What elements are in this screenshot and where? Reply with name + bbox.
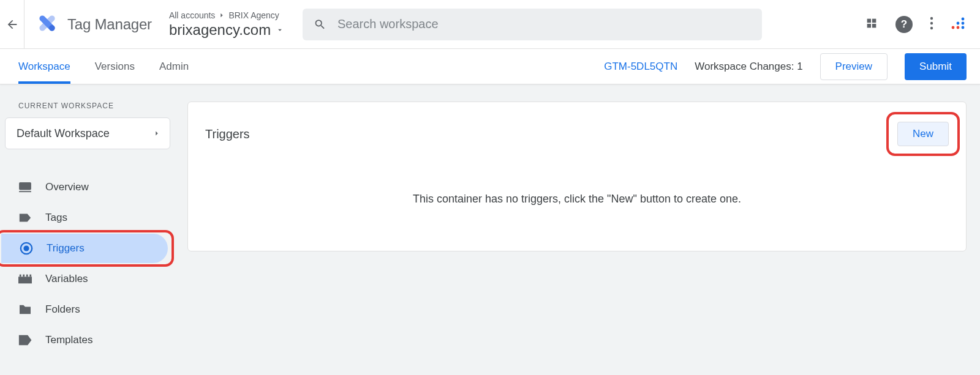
- sidebar-item-label: Tags: [45, 212, 67, 224]
- sidebar-item-overview[interactable]: Overview: [0, 173, 170, 202]
- svg-point-14: [962, 22, 965, 25]
- variables-icon: [18, 274, 32, 284]
- sidebar-item-folders[interactable]: Folders: [0, 295, 170, 324]
- sidebar-item-label: Templates: [45, 334, 92, 346]
- svg-rect-6: [872, 24, 876, 28]
- sidebar-item-label: Triggers: [47, 242, 85, 254]
- tag-icon: [18, 212, 32, 223]
- folder-icon: [18, 304, 32, 315]
- svg-point-10: [952, 26, 955, 29]
- breadcrumb-agency: BRIX Agency: [228, 10, 279, 20]
- arrow-left-icon: [6, 18, 19, 31]
- card-header: Triggers New: [188, 102, 966, 162]
- container-name: brixagency.com: [169, 21, 271, 39]
- apps-icon[interactable]: [865, 17, 878, 32]
- sidebar-item-tags[interactable]: Tags: [0, 203, 170, 232]
- tab-versions[interactable]: Versions: [95, 49, 135, 84]
- svg-point-9: [930, 27, 933, 29]
- tab-admin[interactable]: Admin: [159, 49, 189, 84]
- search-input[interactable]: [337, 17, 751, 31]
- sidebar-nav: Overview Tags Triggers: [0, 173, 187, 355]
- sidebar-item-templates[interactable]: Templates: [0, 325, 170, 355]
- svg-rect-17: [19, 191, 31, 192]
- help-icon[interactable]: ?: [895, 16, 913, 33]
- workspace-name: Default Workspace: [17, 127, 110, 140]
- container-id[interactable]: GTM-5DL5QTN: [604, 61, 677, 73]
- svg-rect-22: [23, 275, 24, 277]
- sidebar-item-triggers[interactable]: Triggers: [1, 234, 168, 263]
- svg-rect-4: [872, 19, 876, 23]
- svg-rect-24: [29, 275, 31, 277]
- svg-rect-20: [18, 277, 32, 283]
- svg-point-19: [23, 245, 29, 251]
- main-tabs: Workspace Versions Admin: [18, 49, 189, 84]
- svg-point-11: [957, 26, 960, 29]
- submit-button[interactable]: Submit: [905, 53, 967, 80]
- search-bar[interactable]: [303, 9, 762, 40]
- svg-rect-23: [26, 275, 28, 277]
- overview-icon: [18, 182, 32, 193]
- card-title: Triggers: [205, 127, 250, 141]
- sidebar-item-label: Variables: [45, 273, 88, 285]
- svg-point-7: [930, 17, 933, 20]
- svg-rect-3: [867, 19, 871, 23]
- new-trigger-button[interactable]: New: [897, 122, 949, 146]
- sidebar-item-label: Overview: [45, 181, 89, 193]
- workspace-changes: Workspace Changes: 1: [695, 61, 802, 73]
- svg-point-13: [962, 26, 965, 29]
- trigger-icon: [20, 242, 33, 255]
- tag-manager-logo-icon: [36, 12, 59, 37]
- product-name: Tag Manager: [67, 16, 152, 33]
- top-bar: Tag Manager All accounts BRIX Agency bri…: [0, 0, 980, 49]
- main-content: Triggers New This container has no trigg…: [187, 84, 980, 375]
- svg-rect-16: [19, 182, 31, 190]
- svg-point-12: [957, 22, 960, 25]
- triggers-card: Triggers New This container has no trigg…: [187, 102, 967, 251]
- product-logo-area: Tag Manager: [24, 12, 169, 37]
- subheader: Workspace Versions Admin GTM-5DL5QTN Wor…: [0, 49, 980, 84]
- highlight-new: New: [886, 112, 960, 156]
- svg-point-15: [962, 18, 965, 21]
- account-switcher[interactable]: All accounts BRIX Agency brixagency.com: [169, 10, 303, 39]
- search-icon: [314, 18, 326, 31]
- svg-point-8: [930, 22, 933, 24]
- empty-state-message: This container has no triggers, click th…: [188, 162, 966, 242]
- svg-rect-21: [20, 275, 21, 277]
- current-workspace-label: CURRENT WORKSPACE: [0, 102, 187, 110]
- caret-down-icon: [276, 26, 284, 34]
- breadcrumb-accounts: All accounts: [169, 10, 215, 20]
- svg-rect-5: [867, 24, 871, 28]
- sidebar: CURRENT WORKSPACE Default Workspace Over…: [0, 84, 187, 375]
- preview-button[interactable]: Preview: [820, 53, 888, 80]
- sidebar-item-variables[interactable]: Variables: [0, 264, 170, 294]
- back-button[interactable]: [0, 0, 24, 48]
- template-icon: [18, 335, 32, 346]
- body-area: CURRENT WORKSPACE Default Workspace Over…: [0, 84, 980, 375]
- chevron-right-icon: [219, 12, 225, 18]
- breadcrumb: All accounts BRIX Agency: [169, 10, 284, 20]
- sidebar-item-label: Folders: [45, 303, 80, 316]
- tab-workspace[interactable]: Workspace: [18, 49, 70, 84]
- analytics-dots-icon[interactable]: [951, 17, 965, 32]
- chevron-right-icon: [153, 129, 161, 138]
- highlight-triggers: Triggers: [0, 230, 174, 267]
- more-menu-icon[interactable]: [930, 17, 933, 32]
- workspace-switcher[interactable]: Default Workspace: [5, 117, 170, 149]
